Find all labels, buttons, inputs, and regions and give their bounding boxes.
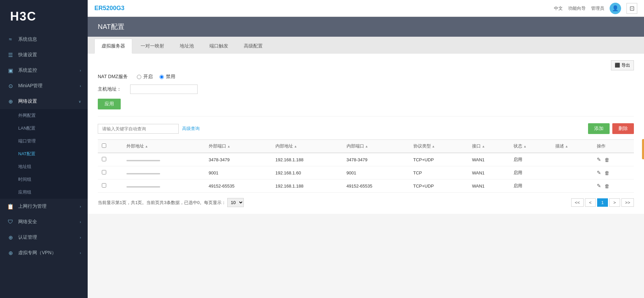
user-avatar[interactable]: 👤 bbox=[610, 3, 621, 14]
row2-checkbox-cell bbox=[98, 166, 122, 179]
row2-checkbox[interactable] bbox=[102, 170, 106, 174]
sidebar-item-app-group[interactable]: 应用组 bbox=[0, 186, 88, 199]
current-page-btn[interactable]: 1 bbox=[597, 198, 608, 207]
sidebar-item-system-info[interactable]: ≈ 系统信息 bbox=[0, 32, 88, 47]
row2-ext-port: 9001 bbox=[205, 166, 271, 179]
add-button[interactable]: 添加 bbox=[588, 123, 610, 134]
sidebar-item-network-settings[interactable]: ⊕ 网络设置 ∨ bbox=[0, 94, 88, 109]
col-protocol[interactable]: 协议类型 bbox=[409, 140, 468, 153]
page-title: NAT配置 bbox=[98, 22, 634, 31]
row1-edit-icon[interactable]: ✎ bbox=[597, 157, 601, 163]
lang-label[interactable]: 中文 bbox=[554, 5, 563, 11]
sidebar-item-auth-mgmt[interactable]: ⊕ 认证管理 › bbox=[0, 230, 88, 245]
col-checkbox bbox=[98, 140, 122, 153]
row1-interface: WAN1 bbox=[468, 153, 509, 166]
monitor-icon[interactable]: ⊡ bbox=[626, 3, 637, 14]
row1-protocol: TCP+UDP bbox=[409, 153, 468, 166]
page-content: NAT配置 虚拟服务器 一对一映射 地址池 端口触发 高级配置 ⬛ 导出 NAT… bbox=[88, 17, 644, 298]
sidebar-item-quick-setup[interactable]: ☰ 快速设置 bbox=[0, 47, 88, 63]
row3-edit-icon[interactable]: ✎ bbox=[597, 183, 601, 189]
per-page-select[interactable]: 10 20 50 bbox=[227, 198, 244, 207]
tab-one-to-one[interactable]: 一对一映射 bbox=[134, 39, 171, 53]
next-page-btn[interactable]: > bbox=[609, 198, 620, 207]
select-all-checkbox[interactable] bbox=[102, 143, 106, 148]
first-page-btn[interactable]: << bbox=[571, 198, 584, 207]
col-status[interactable]: 状态 bbox=[509, 140, 551, 153]
pagination-controls: << < 1 > >> bbox=[571, 198, 634, 207]
auth-icon: ⊕ bbox=[7, 234, 14, 241]
sidebar-item-label: 网络设置 bbox=[18, 98, 37, 104]
row2-edit-icon[interactable]: ✎ bbox=[597, 170, 601, 176]
row3-protocol: TCP+UDP bbox=[409, 179, 468, 193]
search-toolbar: 高级查询 添加 删除 bbox=[98, 123, 634, 134]
search-input[interactable] bbox=[98, 124, 179, 134]
sidebar-item-internet-mgmt[interactable]: 📋 上网行为管理 › bbox=[0, 199, 88, 214]
address-group-label: 地址组 bbox=[18, 164, 31, 170]
tab-address-pool[interactable]: 地址池 bbox=[173, 39, 201, 53]
row1-int-port: 3478-3479 bbox=[343, 153, 409, 166]
sidebar-item-vpn[interactable]: ⊕ 虚拟专网（VPN） › bbox=[0, 245, 88, 261]
tab-port-trigger[interactable]: 端口触发 bbox=[202, 39, 235, 53]
sidebar-item-miniap[interactable]: ⊙ MiniAP管理 › bbox=[0, 78, 88, 94]
logo-area: H3C bbox=[0, 0, 88, 32]
row3-checkbox-cell bbox=[98, 179, 122, 193]
sidebar-item-lan-config[interactable]: LAN配置 bbox=[0, 122, 88, 135]
sidebar-item-wan-config[interactable]: 外网配置 bbox=[0, 109, 88, 122]
row2-delete-icon[interactable]: 🗑 bbox=[605, 170, 610, 176]
time-group-label: 时间组 bbox=[18, 176, 31, 183]
table-header-row: 外部地址 外部端口 内部地址 内部端口 协议类型 接口 状态 描述 操作 bbox=[98, 140, 634, 153]
col-interface[interactable]: 接口 bbox=[468, 140, 509, 153]
chevron-down-icon: ∨ bbox=[79, 100, 81, 103]
row3-checkbox[interactable] bbox=[102, 183, 106, 188]
row1-int-addr: 192.168.1.188 bbox=[271, 153, 343, 166]
row1-delete-icon[interactable]: 🗑 bbox=[605, 157, 610, 163]
sidebar-item-address-group[interactable]: 地址组 bbox=[0, 160, 88, 173]
chevron-right-icon: › bbox=[80, 69, 81, 72]
sidebar-item-port-mgmt[interactable]: 端口管理 bbox=[0, 135, 88, 147]
sidebar-item-nat-config[interactable]: NAT配置 bbox=[0, 147, 88, 160]
nat-table: 外部地址 外部端口 内部地址 内部端口 协议类型 接口 状态 描述 操作 bbox=[98, 139, 634, 193]
sidebar-menu: ≈ 系统信息 ☰ 快速设置 ▣ 系统监控 › ⊙ MiniAP管理 › ⊕ 网络… bbox=[0, 32, 88, 298]
host-addr-input[interactable] bbox=[130, 85, 198, 94]
dmz-disable-radio[interactable] bbox=[159, 75, 164, 79]
app-group-label: 应用组 bbox=[18, 189, 31, 195]
sidebar-item-label: 系统信息 bbox=[18, 36, 37, 42]
row1-ext-ip bbox=[126, 160, 160, 161]
sidebar-item-system-monitor[interactable]: ▣ 系统监控 › bbox=[0, 63, 88, 78]
col-ext-port[interactable]: 外部端口 bbox=[205, 140, 271, 153]
row1-checkbox[interactable] bbox=[102, 157, 106, 161]
sidebar-item-network-security[interactable]: 🛡 网络安全 › bbox=[0, 214, 88, 230]
dmz-enable-radio[interactable] bbox=[137, 75, 141, 79]
col-int-addr[interactable]: 内部地址 bbox=[271, 140, 343, 153]
miniap-icon: ⊙ bbox=[7, 82, 14, 90]
advanced-search-link[interactable]: 高级查询 bbox=[182, 126, 200, 132]
tab-advanced-config[interactable]: 高级配置 bbox=[237, 39, 270, 53]
col-description[interactable]: 描述 bbox=[551, 140, 593, 153]
row2-protocol: TCP bbox=[409, 166, 468, 179]
guide-label[interactable]: 功能向导 bbox=[568, 5, 586, 11]
prev-page-btn[interactable]: < bbox=[585, 198, 596, 207]
shield-icon: 🛡 bbox=[7, 218, 14, 226]
dmz-disable-option[interactable]: 禁用 bbox=[159, 74, 175, 80]
row3-interface: WAN1 bbox=[468, 179, 509, 193]
row3-delete-icon[interactable]: 🗑 bbox=[605, 183, 610, 189]
export-button[interactable]: ⬛ 导出 bbox=[611, 60, 634, 70]
host-addr-label: 主机地址： bbox=[98, 86, 125, 92]
search-left: 高级查询 bbox=[98, 124, 200, 134]
dmz-enable-label: 开启 bbox=[143, 74, 153, 80]
internet-mgmt-icon: 📋 bbox=[7, 203, 14, 210]
sidebar-item-time-group[interactable]: 时间组 bbox=[0, 173, 88, 186]
row3-int-addr: 192.168.1.188 bbox=[271, 179, 343, 193]
tab-virtual-server[interactable]: 虚拟服务器 bbox=[94, 39, 132, 54]
last-page-btn[interactable]: >> bbox=[621, 198, 634, 207]
col-ext-addr[interactable]: 外部地址 bbox=[122, 140, 205, 153]
delete-button[interactable]: 删除 bbox=[612, 123, 634, 134]
apply-button[interactable]: 应用 bbox=[98, 99, 121, 109]
pagination-info: 当前显示第1页，共1页。当前页共3条数据，已选中0。每页显示： 10 20 50 bbox=[98, 198, 244, 207]
dmz-enable-option[interactable]: 开启 bbox=[137, 74, 153, 80]
row1-checkbox-cell bbox=[98, 153, 122, 166]
lan-config-label: LAN配置 bbox=[18, 125, 35, 131]
col-int-port[interactable]: 内部端口 bbox=[343, 140, 409, 153]
dmz-disable-label: 禁用 bbox=[166, 74, 175, 80]
admin-label[interactable]: 管理员 bbox=[591, 5, 604, 11]
